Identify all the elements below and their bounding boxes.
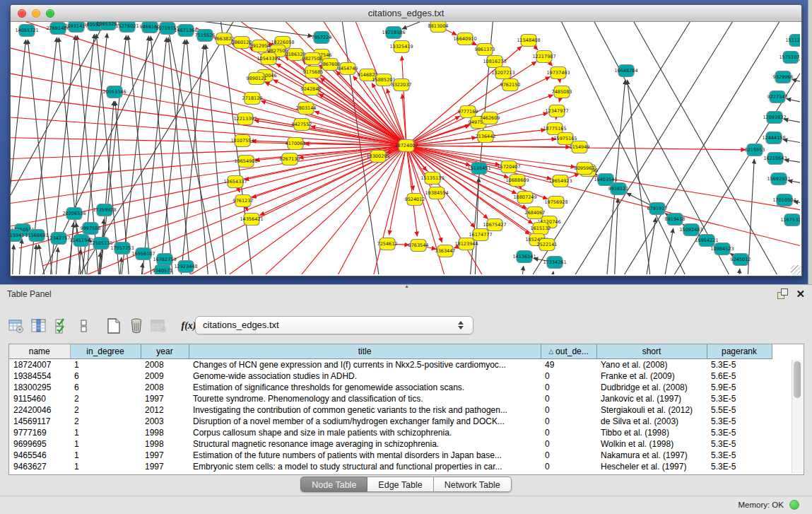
network-node[interactable]: 9997588 <box>81 223 101 235</box>
network-node[interactable]: 2522141 <box>537 239 558 251</box>
table-vertical-scrollbar[interactable] <box>792 360 803 474</box>
table-cell[interactable]: 2 <box>70 404 141 416</box>
table-cell[interactable]: 2009 <box>141 370 189 382</box>
column-header-in_degree[interactable]: in_degree <box>70 344 141 359</box>
network-node[interactable]: 19654923 <box>548 175 572 187</box>
table-cell[interactable]: Yano et al. (2008) <box>596 359 707 371</box>
table-cell[interactable]: Dudbridge et al. (2008) <box>596 382 707 393</box>
network-node[interactable]: 13654337 <box>223 176 247 188</box>
network-node[interactable]: 8095967 <box>575 163 595 175</box>
network-node[interactable]: 2718120 <box>242 93 263 105</box>
network-node[interactable]: 1363447 <box>435 245 456 257</box>
table-cell[interactable]: Estimation of the future numbers of pati… <box>189 450 541 461</box>
network-node[interactable]: 11675331 <box>780 214 800 226</box>
network-node[interactable]: 15751074 <box>779 52 800 64</box>
table-cell[interactable]: 2008 <box>141 359 189 371</box>
network-node[interactable]: 12093832 <box>763 112 786 124</box>
new-table-icon[interactable] <box>105 317 123 335</box>
network-node[interactable]: 15276021 <box>115 22 139 33</box>
window-minimize-icon[interactable] <box>32 9 40 18</box>
memory-status-indicator[interactable] <box>789 500 799 510</box>
table-cell[interactable]: 2003 <box>141 416 189 427</box>
table-row[interactable]: 969969511998Structural magnetic resonanc… <box>9 438 772 450</box>
network-node[interactable]: 7957224 <box>312 32 332 44</box>
table-cell[interactable]: 0 <box>541 450 596 461</box>
table-cell[interactable]: 0 <box>541 438 596 450</box>
table-cell[interactable]: 5.5E-5 <box>707 404 772 416</box>
table-cell[interactable]: Embryonic stem cells: a model to study s… <box>189 461 541 472</box>
network-node[interactable]: 1154949 <box>570 141 590 153</box>
table-cell[interactable]: 9699695 <box>9 438 70 450</box>
network-node[interactable]: 12347977 <box>545 105 568 117</box>
network-node[interactable]: 9762150 <box>500 79 521 91</box>
table-cell[interactable]: 1 <box>70 359 141 371</box>
table-row[interactable]: 946554611997Estimation of the future num… <box>9 450 772 461</box>
table-cell[interactable]: 9777169 <box>9 427 70 438</box>
window-zoom-icon[interactable] <box>46 9 54 18</box>
column-header-year[interactable]: year <box>141 344 189 359</box>
network-node[interactable]: 16782759 <box>153 254 176 266</box>
network-node[interactable]: 13207213 <box>491 67 514 79</box>
table-cell[interactable]: 14569117 <box>9 416 70 427</box>
select-columns-icon[interactable] <box>52 317 71 335</box>
network-node[interactable]: 1615132 <box>531 223 551 235</box>
network-node[interactable]: 14136141 <box>512 251 536 263</box>
close-icon[interactable]: ✕ <box>796 288 805 300</box>
network-node[interactable]: 8919458 <box>665 214 686 226</box>
window-close-icon[interactable] <box>18 9 26 18</box>
table-cell[interactable]: 1 <box>70 438 141 450</box>
network-node[interactable]: 7485083 <box>552 86 572 98</box>
table-cell[interactable]: Structural magnetic resonance image aver… <box>189 438 541 450</box>
table-cell[interactable]: 18724007 <box>9 359 70 371</box>
network-node[interactable]: 8322037 <box>392 79 412 91</box>
float-window-icon[interactable] <box>777 288 789 300</box>
table-cell[interactable]: 9115460 <box>9 393 70 404</box>
column-header-pagerank[interactable]: pagerank <box>707 344 772 359</box>
table-cell[interactable]: 1 <box>70 450 141 461</box>
network-node[interactable]: 7515526 <box>195 30 216 42</box>
table-row[interactable]: 1872400712008Changes of HCN gene express… <box>9 359 772 371</box>
delete-table-icon[interactable] <box>127 317 146 335</box>
network-node[interactable]: 9761237 <box>233 195 254 207</box>
table-cell[interactable]: 1997 <box>141 461 189 472</box>
network-node[interactable]: 8454749 <box>338 63 358 75</box>
table-cell[interactable]: 2008 <box>141 382 189 393</box>
table-cell[interactable]: 2012 <box>141 404 189 416</box>
table-cell[interactable]: Franke et al. (2009) <box>596 370 707 382</box>
table-cell[interactable]: 2 <box>70 416 141 427</box>
table-row[interactable]: 946362711997Embryonic stem cells: a mode… <box>9 461 772 472</box>
network-node[interactable]: 20053346 <box>102 86 126 98</box>
table-cell[interactable]: Tibbo et al. (1998) <box>596 427 707 438</box>
table-cell[interactable]: Stergiakouli et al. (2012) <box>596 404 707 416</box>
table-cell[interactable]: Tourette syndrome. Phenomenology and cla… <box>189 393 541 404</box>
tab-edge-table[interactable]: Edge Table <box>367 477 433 492</box>
table-row[interactable]: 911546021997Tourette syndrome. Phenomeno… <box>9 393 772 404</box>
column-header-out_de[interactable]: △out_de... <box>541 344 596 359</box>
network-node[interactable]: 10816273 <box>483 56 506 68</box>
table-row[interactable]: 1830029562008Estimation of significance … <box>9 382 772 393</box>
window-resize-grip[interactable] <box>791 265 801 275</box>
table-cell[interactable]: 5.3E-5 <box>707 450 772 461</box>
network-node[interactable]: 19756928 <box>544 197 567 209</box>
network-node[interactable]: 17957253 <box>110 243 134 255</box>
network-node[interactable]: 15692931 <box>767 173 790 185</box>
table-cell[interactable]: 6 <box>70 382 141 393</box>
table-cell[interactable]: 5.3E-5 <box>707 461 772 472</box>
network-node[interactable]: 12444158 <box>762 132 785 144</box>
network-node[interactable]: 8763544 <box>408 240 429 252</box>
table-cell[interactable]: 5.3E-5 <box>707 438 772 450</box>
network-node[interactable]: 17010504 <box>772 194 796 206</box>
table-cell[interactable]: 9463627 <box>9 461 70 472</box>
network-node[interactable]: 8267130 <box>280 153 300 165</box>
table-cell[interactable]: 19384554 <box>9 370 70 382</box>
table-cell[interactable]: 1997 <box>141 450 189 461</box>
column-header-title[interactable]: title <box>189 344 541 359</box>
network-node[interactable]: 7254612 <box>377 238 398 250</box>
table-cell[interactable]: 0 <box>541 404 596 416</box>
network-node[interactable]: 19218586 <box>382 27 405 39</box>
table-row[interactable]: 1456911722003Disruption of a novel membe… <box>9 416 772 427</box>
network-node[interactable]: 9175685 <box>303 66 324 78</box>
table-cell[interactable]: Estimation of significance thresholds fo… <box>189 382 541 393</box>
table-row[interactable]: 977716911998Corpus callosum shape and si… <box>9 427 772 438</box>
network-node[interactable]: 6791917 <box>647 203 668 215</box>
